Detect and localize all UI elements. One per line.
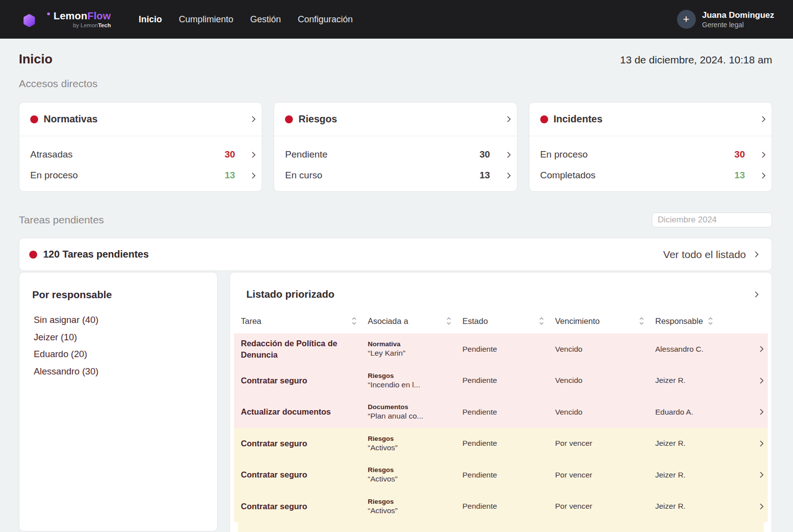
brand-byline: by LemonTech	[73, 22, 111, 28]
pending-tasks-count: 120 Tareas pendientes	[43, 249, 149, 260]
stat-row[interactable]: En proceso 30	[540, 144, 765, 165]
task-due: Por vencer	[555, 502, 655, 511]
responsible-item[interactable]: Alessandro (30)	[32, 363, 204, 380]
task-associated: Riesgos “Activos”	[368, 466, 462, 483]
task-row[interactable]: Contratar seguro Riesgos “Activos” Pendi…	[234, 491, 768, 523]
prioritized-table: Tarea Asociada a Estado Vencimiento	[234, 309, 768, 532]
table-header-row: Tarea Asociada a Estado Vencimiento	[234, 309, 768, 333]
stat-value: 30	[225, 149, 235, 160]
dashboard-content: Inicio 13 de diciembre, 2024. 10:18 am A…	[0, 39, 793, 532]
stat-label: En proceso	[30, 170, 225, 181]
chevron-right-icon[interactable]	[757, 440, 764, 447]
task-name: Actualizar documentos	[234, 406, 368, 418]
responsible-item[interactable]: Eduardo (20)	[32, 346, 204, 363]
task-status: Pendiente	[462, 408, 555, 417]
responsible-item[interactable]: Sin asignar (40)	[32, 312, 204, 329]
task-row[interactable]: Redacción de Política de Denuncia Normat…	[234, 333, 768, 365]
task-status: Pendiente	[462, 502, 555, 511]
nav-item-configuracion[interactable]: Configuración	[298, 14, 353, 25]
task-due: Vencido	[555, 345, 655, 354]
shortcut-card-riesgos: Riesgos Pendiente 30 En curso 13	[274, 102, 517, 192]
shortcut-cards-row: Normativas Atrasadas 30 En proceso 13	[19, 102, 772, 192]
nav-item-inicio[interactable]: Inicio	[139, 14, 162, 25]
stat-row[interactable]: En proceso 13	[30, 165, 255, 186]
chevron-right-icon[interactable]	[759, 116, 766, 122]
task-row[interactable]: Actualizar documentos Documentos “Plan a…	[234, 396, 768, 428]
responsible-item[interactable]: Jeizer (10)	[32, 329, 204, 346]
task-responsible: Jeizer R.	[655, 439, 743, 448]
nav-item-gestion[interactable]: Gestión	[250, 14, 281, 25]
column-header-estado[interactable]: Estado	[462, 316, 555, 326]
chevron-right-icon[interactable]	[752, 291, 759, 298]
card-title: Riesgos	[298, 113, 505, 125]
card-header[interactable]: Incidentes	[529, 103, 772, 136]
nav-item-cumplimiento[interactable]: Cumplimiento	[179, 14, 233, 25]
stat-value: 13	[225, 170, 235, 181]
view-all-link[interactable]: Ver todo el listado	[663, 249, 758, 261]
sort-icon[interactable]	[708, 316, 713, 326]
sort-icon[interactable]	[639, 316, 644, 326]
chevron-right-icon[interactable]	[249, 152, 256, 158]
stat-row[interactable]: Pendiente 30	[285, 144, 510, 165]
column-header-tarea[interactable]: Tarea	[234, 316, 368, 326]
chevron-right-icon[interactable]	[757, 377, 764, 384]
sort-icon[interactable]	[446, 316, 452, 326]
task-responsible: Jeizer R.	[655, 376, 743, 385]
view-all-label: Ver todo el listado	[663, 249, 746, 261]
user-menu[interactable]: + Juana Dominguez Gerente legal	[677, 10, 774, 29]
lemon-icon	[23, 11, 52, 27]
red-dot-icon	[540, 115, 548, 123]
column-header-asociada-a[interactable]: Asociada a	[368, 316, 462, 326]
stat-row[interactable]: En curso 13	[285, 165, 510, 186]
month-filter[interactable]	[652, 213, 772, 227]
chevron-right-icon[interactable]	[505, 152, 511, 158]
chevron-right-icon[interactable]	[757, 472, 764, 478]
task-due: Por vencer	[555, 439, 655, 448]
red-dot-icon	[29, 251, 37, 259]
column-header-vencimiento[interactable]: Vencimiento	[555, 316, 655, 326]
stat-value: 13	[735, 170, 745, 181]
user-avatar[interactable]: +	[677, 10, 696, 29]
user-role: Gerente legal	[702, 21, 774, 29]
current-datetime: 13 de diciembre, 2024. 10:18 am	[620, 54, 772, 66]
by-responsible-card: Por responsable Sin asignar (40) Jeizer …	[19, 272, 218, 532]
stat-row[interactable]: Completados 13	[540, 165, 765, 186]
stat-label: En curso	[285, 170, 479, 181]
chevron-right-icon[interactable]	[249, 116, 256, 122]
stat-row[interactable]: Atrasadas 30	[30, 144, 255, 165]
stat-label: En proceso	[540, 149, 735, 160]
task-responsible: Eduardo A.	[655, 408, 743, 417]
chevron-right-icon[interactable]	[757, 346, 764, 352]
month-filter-input[interactable]	[658, 215, 767, 225]
stat-label: Atrasadas	[30, 149, 225, 160]
task-status: Pendiente	[462, 345, 555, 354]
shortcut-card-incidentes: Incidentes En proceso 30 Completados 13	[529, 102, 772, 192]
stat-label: Completados	[540, 170, 735, 181]
chevron-right-icon[interactable]	[249, 172, 256, 179]
chevron-right-icon[interactable]	[759, 172, 766, 179]
red-dot-icon	[285, 115, 293, 123]
card-header[interactable]: Normativas	[19, 103, 262, 136]
card-header[interactable]: Riesgos	[274, 103, 516, 136]
chevron-right-icon[interactable]	[759, 152, 766, 158]
task-name: Contratar seguro	[234, 438, 368, 449]
task-due: Por vencer	[555, 471, 655, 479]
brand-name: LemonFlow	[54, 10, 111, 22]
sort-icon[interactable]	[351, 316, 357, 326]
column-header-responsable[interactable]: Responsable	[655, 316, 743, 326]
task-row[interactable]: Contratar seguro Riesgos “Activos” Pendi…	[234, 459, 768, 491]
task-associated: Documentos “Plan anual co...	[368, 403, 462, 421]
stat-label: Pendiente	[285, 149, 479, 160]
lemonflow-logo[interactable]: LemonFlow by LemonTech	[23, 10, 111, 29]
task-row[interactable]: Contratar seguro Riesgos “Incendio en l.…	[234, 365, 768, 397]
sort-icon[interactable]	[539, 316, 544, 326]
chevron-right-icon[interactable]	[757, 503, 764, 510]
chevron-right-icon[interactable]	[757, 409, 764, 415]
chevron-right-icon[interactable]	[505, 116, 511, 122]
task-row[interactable]: Contratar seguro Riesgos “Activos” Pendi…	[234, 428, 768, 460]
task-name: Contratar seguro	[234, 375, 368, 386]
prioritized-list-title: Listado priorizado	[246, 288, 335, 300]
task-associated: Riesgos “Incendio en l...	[368, 372, 462, 389]
chevron-right-icon[interactable]	[505, 172, 511, 179]
card-title: Normativas	[44, 113, 250, 125]
